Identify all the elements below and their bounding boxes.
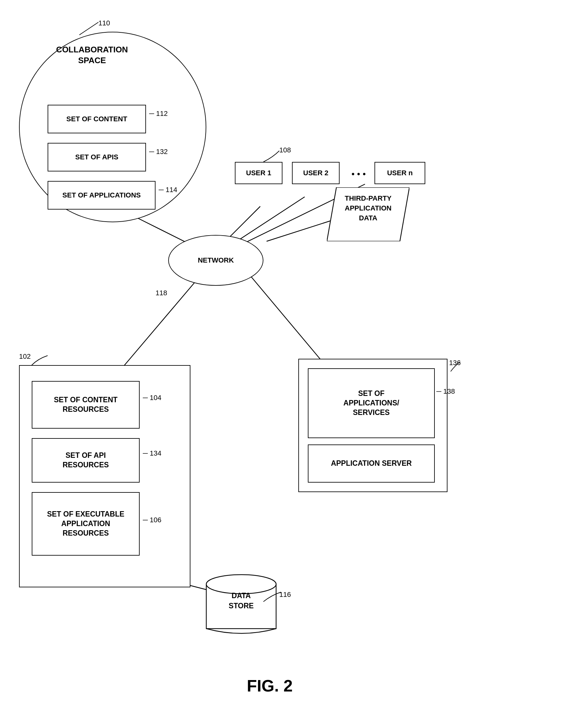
user1-box: USER 1: [235, 162, 282, 184]
diagram: 110 COLLABORATIONSPACE SET OF CONTENT ─ …: [0, 0, 563, 728]
ref-114: ─ 114: [159, 186, 177, 194]
ref-118: 118: [156, 289, 167, 297]
set-of-api-resources-box: SET OF APIRESOURCES: [32, 438, 140, 483]
data-store-label: DATASTORE: [203, 591, 279, 611]
third-party-container: THIRD-PARTYAPPLICATIONDATA: [327, 187, 409, 241]
set-of-apps-services-box: SET OFAPPLICATIONS/SERVICES: [308, 368, 435, 438]
fig-label: FIG. 2: [206, 676, 333, 695]
application-server-box: APPLICATION SERVER: [308, 444, 435, 483]
third-party-label: THIRD-PARTYAPPLICATIONDATA: [336, 194, 400, 223]
ref-104: ─ 104: [143, 394, 161, 402]
ref-134: ─ 134: [143, 449, 161, 458]
set-of-executable-box: SET OF EXECUTABLEAPPLICATIONRESOURCES: [32, 492, 140, 556]
data-store-cylinder: DATASTORE: [203, 571, 279, 641]
dots-label: • • •: [346, 168, 371, 180]
ref-102: 102: [19, 352, 31, 361]
ref-108: 108: [279, 146, 291, 154]
usern-box: USER n: [374, 162, 425, 184]
ref-136: 136: [449, 359, 461, 367]
collaboration-space-label: COLLABORATIONSPACE: [44, 44, 140, 66]
set-of-apis-box: SET OF APIS: [48, 143, 146, 171]
ref-138: ─ 138: [436, 387, 455, 396]
ref-110: 110: [98, 19, 110, 27]
ref-112: ─ 112: [149, 110, 168, 118]
user2-box: USER 2: [292, 162, 339, 184]
ref-106: ─ 106: [143, 516, 161, 524]
network-ellipse: NETWORK: [168, 235, 264, 286]
set-of-content-box: SET OF CONTENT: [48, 105, 146, 133]
ref-132: ─ 132: [149, 148, 168, 156]
set-of-content-resources-box: SET OF CONTENTRESOURCES: [32, 381, 140, 429]
set-of-applications-box: SET OF APPLICATIONS: [48, 181, 156, 210]
ref-116: 116: [279, 591, 291, 599]
